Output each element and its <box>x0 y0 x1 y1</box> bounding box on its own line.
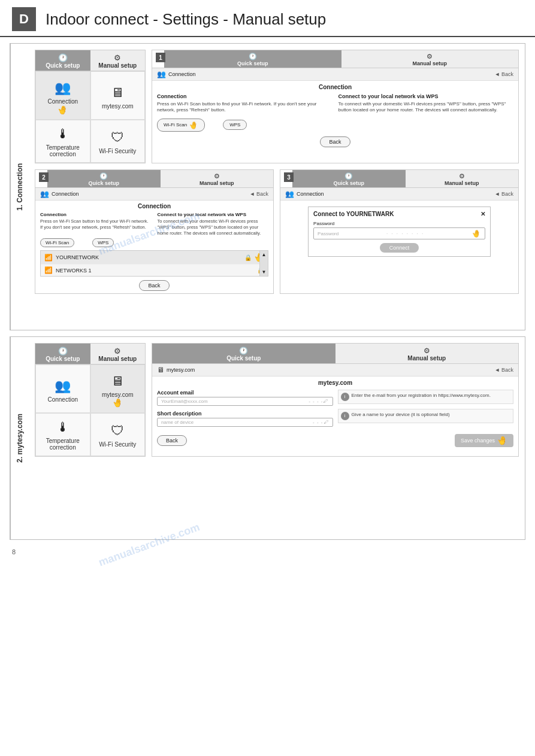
mytesy-tab-quick[interactable]: 🕐 Quick setup <box>152 344 335 363</box>
panel-main-menu-2: 🕐 Quick setup ⚙ Manual setup 👥 Connectio… <box>35 343 146 457</box>
wifi-scan-btn[interactable]: Wi-Fi Scan 🤚 <box>157 119 205 132</box>
back-btn-1[interactable]: Back <box>320 136 350 147</box>
section1-label: 1. Connection <box>10 44 29 330</box>
short-desc-label: Short description <box>157 411 333 417</box>
mytesy-tab-manual[interactable]: ⚙ Manual setup <box>335 344 519 363</box>
detail-nav-1: 👥 Connection ◄ Back <box>152 68 518 81</box>
panel-main-menu-1: 🕐 Quick setup ⚙ Manual setup 👥 Connectio… <box>35 50 146 163</box>
nav-connection-icon-1: 👥 <box>157 70 166 78</box>
connect-button[interactable]: Connect <box>380 243 419 253</box>
menu-item-temp-s2[interactable]: 🌡 Temperaturecorrection <box>35 413 90 456</box>
network-row-1[interactable]: 📶 YOURNETWORK 🔒 🤚 <box>41 251 268 265</box>
section1: 1. Connection 🕐 Quick setup ⚙ Manual set… <box>10 43 525 330</box>
menu-item-wifi-security-s2[interactable]: 🛡 Wi-Fi Security <box>90 413 146 456</box>
password-label: Password <box>313 221 485 226</box>
detail-tab-quick-1[interactable]: 🕐 Quick setup <box>164 50 341 68</box>
detail-tabs-1: 🕐 Quick setup ⚙ Manual setup <box>152 50 518 68</box>
menu-item-connection[interactable]: 👥 Connection 🤚 <box>35 71 90 120</box>
connection-label: Connection <box>47 98 78 105</box>
menu-item-mytesy[interactable]: 🖥 mytesy.com <box>90 71 146 120</box>
col2-2: Connect to your local network via WPS To… <box>158 212 269 236</box>
tab-quick-1[interactable]: 🕐 Quick setup <box>35 50 90 71</box>
network-list: 📶 YOURNETWORK 🔒 🤚 📶 NETWORKS 1 🔒 <box>40 250 268 277</box>
hand-scan: 🤚 <box>189 120 199 130</box>
password-input[interactable]: Password · · · · · · · · 🤚 <box>313 227 485 239</box>
save-changes-btn[interactable]: Save changes 🤚 <box>455 434 513 447</box>
menu-item-temp[interactable]: 🌡 Temperaturecorrection <box>35 120 90 163</box>
back-btn-2[interactable]: Back <box>139 280 169 291</box>
detail-tab-quick-3[interactable]: 🕐 Quick setup <box>292 170 406 187</box>
temp-label: Temperaturecorrection <box>46 144 80 157</box>
back-row-2: Back <box>40 280 268 291</box>
connection-icon-s2: 👥 <box>55 378 71 394</box>
detail-tab-quick-2[interactable]: 🕐 Quick setup <box>47 170 161 187</box>
email-hint-icon: i <box>341 393 349 401</box>
hand-save: 🤚 <box>497 435 509 447</box>
close-icon[interactable]: ✕ <box>480 211 485 217</box>
detail-nav-label-3: Connection <box>297 191 495 197</box>
detail-nav-label-1: Connection <box>168 71 495 77</box>
mytesy-nav-icon: 🖥 <box>157 366 164 374</box>
detail-tab-manual-2[interactable]: ⚙ Manual setup <box>161 170 274 187</box>
wps-btn[interactable]: WPS <box>223 120 247 130</box>
detail-tab-manual-1[interactable]: ⚙ Manual setup <box>341 50 519 68</box>
hand-password: 🤚 <box>471 229 482 238</box>
detail-tab-quick-label-3: Quick setup <box>333 180 364 186</box>
page-title: Indoor connect - Settings - Manual setup <box>46 10 326 29</box>
detail-tab-manual-label-2: Manual setup <box>200 180 234 186</box>
wifi-scan-label: Wi-Fi Scan <box>164 122 187 127</box>
mytesy-tab-quick-label: Quick setup <box>226 355 261 362</box>
menu-item-connection-s2[interactable]: 👥 Connection <box>35 365 90 413</box>
detail-content-1: Connection Connection Press on Wi-Fi Sca… <box>152 81 518 150</box>
panel-detail-1: 1 🕐 Quick setup ⚙ Manual setup 👥 Connect… <box>152 50 519 163</box>
mytesy-label-s2: mytesy.com <box>102 391 134 398</box>
page-header: D Indoor connect - Settings - Manual set… <box>0 0 535 37</box>
detail-cols-2: Connection Press on Wi-Fi Scan button to… <box>40 212 268 236</box>
short-desc-placeholder: name of device <box>161 420 194 425</box>
menu-item-wifi-security[interactable]: 🛡 Wi-Fi Security <box>90 120 146 163</box>
wifi-scan-btn-2[interactable]: Wi-Fi Scan <box>40 238 74 247</box>
detail-nav-label-2: Connection <box>52 191 250 197</box>
panel-detail-2: 2 🕐 Quick setup ⚙ Manual setup 👥 Connect… <box>35 169 274 294</box>
account-email-placeholder: YourEmail@xxxx.com <box>161 399 208 404</box>
tab-manual-1[interactable]: ⚙ Manual setup <box>90 50 146 71</box>
clock-icon-1: 🕐 <box>58 53 68 62</box>
page-number: 8 <box>0 546 535 558</box>
badge-1: 1 <box>156 53 165 62</box>
mytesy-back-btn[interactable]: Back <box>157 435 187 446</box>
scroll-up[interactable]: ▲ ▼ <box>259 251 268 276</box>
col1-text-2: Press on Wi-Fi Scan button to find your … <box>40 218 152 230</box>
tab-manual-s2[interactable]: ⚙ Manual setup <box>90 344 146 364</box>
temp-icon-s2: 🌡 <box>56 420 69 435</box>
account-email-input[interactable]: YourEmail@xxxx.com - - - -🖊 <box>157 397 333 406</box>
col2-text-1: To connect with your domestic Wi-Fi devi… <box>338 101 514 114</box>
temp-label-s2: Temperaturecorrection <box>46 438 80 451</box>
mytesy-nav-label: mytesy.com <box>167 367 495 373</box>
detail-tab-manual-label-1: Manual setup <box>412 60 447 66</box>
tab-quick-label-s2: Quick setup <box>46 356 80 362</box>
back-link-2[interactable]: ◄ Back <box>250 191 268 197</box>
network-name-2: NETWORKS 1 <box>56 268 257 274</box>
short-desc-input[interactable]: name of device - - -🖊 <box>157 418 333 427</box>
mytesy-back-link[interactable]: ◄ Back <box>495 367 513 373</box>
menu-grid-1: 👥 Connection 🤚 🖥 mytesy.com 🌡 Temperatur… <box>35 71 145 163</box>
hand-icon-connection: 🤚 <box>56 104 69 116</box>
menu-item-mytesy-s2[interactable]: 🖥 mytesy.com 🤚 <box>90 365 146 413</box>
section1-top-row: 🕐 Quick setup ⚙ Manual setup 👥 Connectio… <box>35 50 519 163</box>
back-link-1[interactable]: ◄ Back <box>495 71 513 77</box>
tab-quick-label-1: Quick setup <box>46 62 80 69</box>
mytesy-footer: Back Save changes 🤚 <box>157 434 513 447</box>
detail-content-3: Connect to YOURNETWARK ✕ Password Passwo… <box>280 201 518 263</box>
back-link-3[interactable]: ◄ Back <box>495 191 513 197</box>
connect-dialog: Connect to YOURNETWARK ✕ Password Passwo… <box>308 207 491 257</box>
mytesy-form: Account email YourEmail@xxxx.com - - - -… <box>157 390 513 427</box>
network-row-2[interactable]: 📶 NETWORKS 1 🔒 <box>41 265 268 276</box>
detail-title-1: Connection <box>157 84 513 90</box>
tab-quick-s2[interactable]: 🕐 Quick setup <box>35 344 90 364</box>
detail-tab-manual-3[interactable]: ⚙ Manual setup <box>406 170 519 187</box>
col1-2: Connection Press on Wi-Fi Scan button to… <box>40 212 152 236</box>
wps-btn-2[interactable]: WPS <box>92 238 114 247</box>
gear-icon-1: ⚙ <box>114 53 121 62</box>
shield-icon-1: 🛡 <box>111 130 124 145</box>
mytesy-content: mytesy.com Account email YourEmail@xxxx.… <box>152 377 518 450</box>
